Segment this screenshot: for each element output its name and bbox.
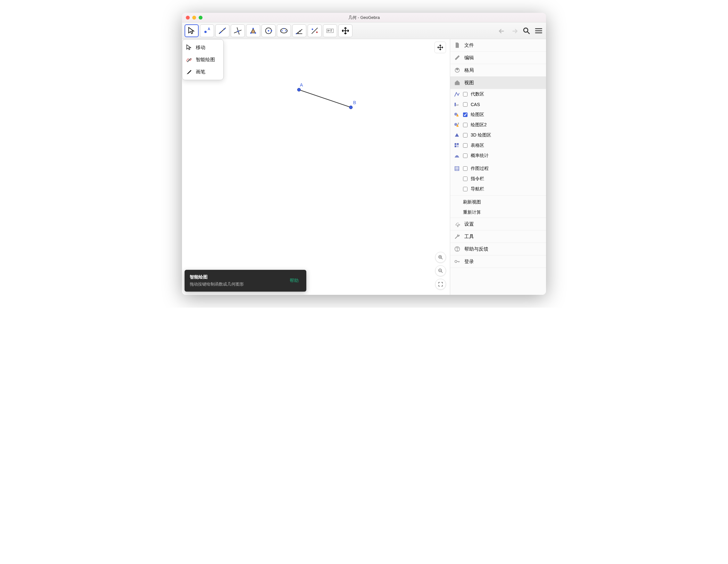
search-button[interactable] [522,26,531,36]
tooltip-help-link[interactable]: 帮助 [287,277,301,285]
view-protocol[interactable]: 作图过程 [450,163,546,174]
svg-point-18 [283,28,285,29]
svg-point-13 [268,30,269,31]
refresh-views[interactable]: 刷新视图 [450,197,546,207]
view-graphics2[interactable]: 2 绘图区2 [450,120,546,130]
titlebar: 几何 - GeoGebra [182,13,546,22]
tool-reflect[interactable] [308,24,322,37]
view-label: 绘图区2 [471,122,487,128]
tool-angle[interactable]: α [292,24,306,37]
3d-icon [454,132,460,138]
algebra-icon [454,91,460,97]
tool-pan[interactable] [338,24,352,37]
view-navbar-checkbox[interactable] [463,187,467,191]
cas-icon: x= [454,102,460,107]
sidebar-label: 编辑 [464,55,474,61]
view-graphics2-checkbox[interactable] [463,123,467,127]
point-a-label: A [300,82,303,87]
view-navbar[interactable]: 导航栏 [450,184,546,194]
tool-polygon[interactable] [246,24,260,37]
tool-line[interactable] [215,24,229,37]
recompute[interactable]: 重新计算 [450,207,546,218]
tool-text[interactable]: a=2 [323,24,337,37]
view-algebra[interactable]: 代数区 [450,89,546,99]
graphics-view[interactable]: 移动 智能绘图 画笔 A B [182,39,450,295]
tool-dropdown: 移动 智能绘图 画笔 [182,39,224,80]
dropdown-item-pen[interactable]: 画笔 [182,66,223,78]
tool-point[interactable]: A [200,24,214,37]
sidebar-item-login[interactable]: 登录 [450,255,546,268]
view-label: 表格区 [471,143,484,148]
view-cas[interactable]: x= CAS [450,99,546,110]
svg-point-56 [457,250,458,251]
svg-line-37 [441,271,443,273]
tool-move[interactable] [185,24,199,37]
menu-button[interactable] [534,26,543,36]
graphics2-icon: 2 [454,122,460,128]
home-icon [454,79,460,86]
sidebar-item-settings[interactable]: 设置 [450,218,546,230]
dropdown-item-freehand[interactable]: 智能绘图 [182,54,223,66]
view-protocol-checkbox[interactable] [463,166,467,171]
svg-point-10 [255,32,256,34]
view-label: 指令栏 [471,176,484,182]
svg-rect-50 [455,145,456,147]
sidebar-item-file[interactable]: 文件 [450,39,546,52]
view-inputbar-checkbox[interactable] [463,177,467,181]
view-graphics-checkbox[interactable] [463,112,467,117]
view-3d-checkbox[interactable] [463,133,467,137]
sidebar: 文件 编辑 格局 视图 代数区 x= C [450,39,546,295]
dropdown-label: 画笔 [196,69,205,75]
view-cas-checkbox[interactable] [463,102,467,107]
view-probability[interactable]: 概率统计 [450,151,546,161]
view-spreadsheet[interactable]: 表格区 [450,140,546,151]
point-a[interactable] [297,88,301,91]
edit-icon [454,54,460,61]
tool-perpendicular[interactable] [231,24,245,37]
svg-point-23 [316,31,318,33]
svg-point-7 [237,30,239,32]
probability-icon [454,153,460,159]
view-inputbar[interactable]: 指令栏 [450,174,546,184]
redo-button[interactable] [509,26,519,36]
sidebar-item-help[interactable]: 帮助与反馈 [450,243,546,255]
view-spreadsheet-checkbox[interactable] [463,143,467,148]
pen-icon [186,68,193,75]
svg-text:A: A [208,27,210,30]
svg-rect-40 [455,103,456,106]
file-icon [454,42,460,48]
svg-rect-51 [457,145,459,147]
view-3d[interactable]: 3D 绘图区 [450,130,546,140]
svg-point-4 [224,28,225,30]
zoom-out-button[interactable] [435,265,446,276]
svg-rect-49 [457,143,459,145]
view-graphics[interactable]: 绘图区 [450,110,546,120]
sidebar-item-edit[interactable]: 编辑 [450,52,546,64]
svg-line-27 [527,32,530,34]
gear-icon [454,221,460,227]
tool-tooltip: 智能绘图 拖动按键绘制函数或几何图形 帮助 [185,270,306,292]
undo-button[interactable] [497,26,507,36]
view-probability-checkbox[interactable] [463,153,467,158]
fullscreen-button[interactable] [435,279,446,290]
view-algebra-checkbox[interactable] [463,92,467,96]
tool-ellipse[interactable] [277,24,291,37]
layout-icon [454,67,460,73]
svg-point-22 [312,29,313,30]
zoom-in-button[interactable] [435,252,446,263]
view-move-handle[interactable] [434,42,446,53]
sidebar-label: 设置 [464,221,474,227]
svg-point-14 [271,30,272,31]
segment-ab[interactable] [299,90,351,107]
svg-point-44 [454,123,457,126]
point-b[interactable] [349,106,352,109]
sidebar-item-view[interactable]: 视图 [450,77,546,89]
tool-circle[interactable] [261,24,276,37]
sidebar-item-tools[interactable]: 工具 [450,230,546,243]
sidebar-label: 登录 [464,259,474,265]
sidebar-item-layout[interactable]: 格局 [450,64,546,77]
dropdown-item-move[interactable]: 移动 [182,41,223,54]
toolbar: A α a=2 [182,22,546,39]
tooltip-description: 拖动按键绘制函数或几何图形 [190,281,244,287]
zoom-controls [435,252,446,290]
